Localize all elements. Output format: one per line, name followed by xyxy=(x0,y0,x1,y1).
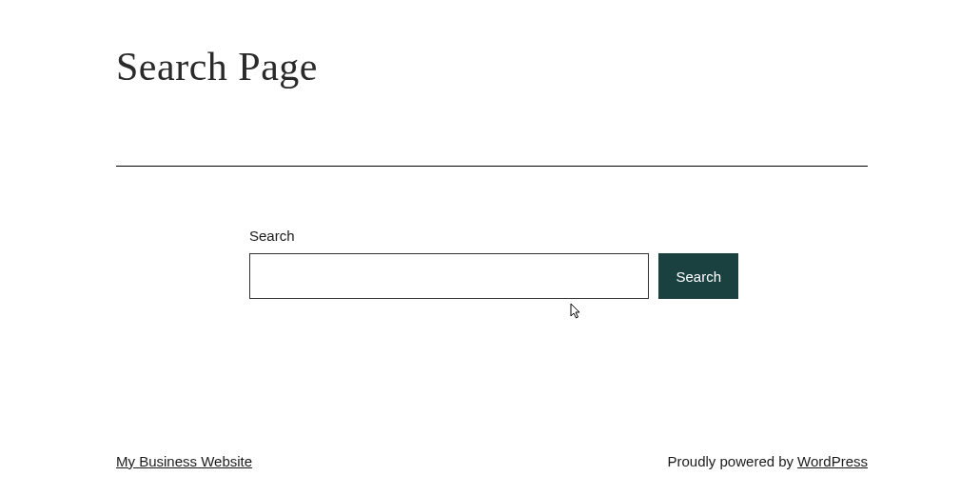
search-input[interactable] xyxy=(249,253,649,299)
search-block: Search Search xyxy=(249,228,738,299)
search-label: Search xyxy=(249,228,738,244)
cursor-icon xyxy=(570,303,583,320)
site-link[interactable]: My Business Website xyxy=(116,453,252,469)
main-content: Search Page Search Search xyxy=(0,0,980,299)
wordpress-link[interactable]: WordPress xyxy=(797,453,868,469)
footer: My Business Website Proudly powered by W… xyxy=(0,453,980,469)
footer-left: My Business Website xyxy=(116,453,252,469)
powered-by-text: Proudly powered by xyxy=(668,453,794,469)
footer-right: Proudly powered by WordPress xyxy=(668,453,869,469)
page-title: Search Page xyxy=(116,44,868,89)
search-button[interactable]: Search xyxy=(658,253,738,299)
search-row: Search xyxy=(249,253,738,299)
divider xyxy=(116,166,868,167)
